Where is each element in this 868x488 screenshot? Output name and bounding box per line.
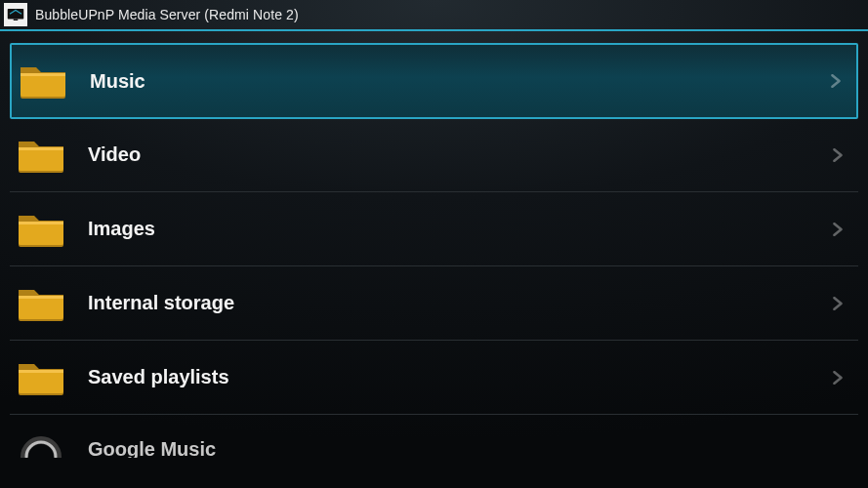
media-list: Music Video Images [0,31,868,488]
folder-icon [16,204,66,255]
list-item-images[interactable]: Images [10,192,858,266]
app-icon [4,3,27,26]
list-item-label: Video [88,143,809,166]
list-item-label: Google Music [88,425,809,458]
list-item-label: Music [90,70,807,93]
folder-icon [16,278,66,329]
list-item-saved-playlists[interactable]: Saved playlists [10,341,858,415]
chevron-right-icon [831,371,845,385]
page-title: BubbleUPnP Media Server (Redmi Note 2) [35,7,299,22]
list-item-label: Saved playlists [88,366,809,388]
svg-rect-1 [14,20,19,21]
chevron-right-icon [831,148,845,162]
list-item-label: Internal storage [88,292,809,314]
headphones-icon [16,425,66,458]
list-item-google-music[interactable]: Google Music [10,415,858,458]
folder-icon [16,130,66,181]
chevron-right-icon [829,74,843,88]
list-item-video[interactable]: Video [10,118,858,192]
list-item-music[interactable]: Music [10,43,858,119]
chevron-right-icon [831,297,845,310]
list-item-internal-storage[interactable]: Internal storage [10,266,858,341]
folder-icon [18,56,68,106]
folder-icon [16,352,66,403]
chevron-right-icon [831,223,845,236]
titlebar: BubbleUPnP Media Server (Redmi Note 2) [0,0,868,31]
list-item-label: Images [88,218,809,240]
